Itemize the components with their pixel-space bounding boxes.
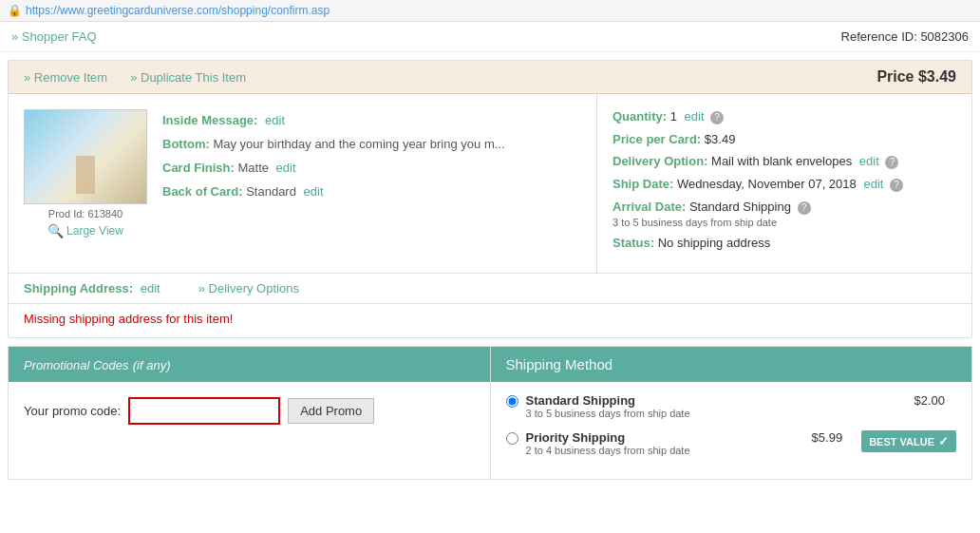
standard-shipping-radio[interactable]	[506, 395, 518, 408]
shopper-faq-link[interactable]: Shopper FAQ	[11, 29, 97, 44]
card-finish-label: Card Finish:	[162, 161, 235, 175]
arrival-value: Standard Shipping	[689, 200, 791, 214]
card-header-actions: Remove Item Duplicate This Item	[24, 70, 246, 85]
inside-message-row: Inside Message: edit	[162, 113, 581, 127]
priority-shipping-price: $5.99	[812, 430, 843, 445]
ship-date-help-icon[interactable]: ?	[890, 179, 903, 192]
ship-date-row: Ship Date: Wednesday, November 07, 2018 …	[612, 177, 956, 192]
delivery-option-edit[interactable]: edit	[859, 154, 879, 168]
back-of-card-row: Back of Card: Standard edit	[162, 184, 581, 199]
promo-label: Your promo code:	[24, 404, 121, 418]
promo-section: Promotional Codes (if any) Your promo co…	[9, 347, 491, 479]
url-prefix: https://www.greetingcarduniverse.com	[26, 4, 218, 17]
standard-shipping-price: $2.00	[914, 393, 945, 408]
url-display: https://www.greetingcarduniverse.com/sho…	[26, 4, 330, 17]
arrival-label: Arrival Date:	[612, 200, 686, 214]
status-row: Status: No shipping address	[612, 236, 956, 250]
right-panel: Quantity: 1 edit ? Price per Card: $3.49…	[597, 94, 971, 273]
cart-item-card: Remove Item Duplicate This Item Price $3…	[8, 60, 972, 338]
bottom-value: May your birthday and the coming year br…	[213, 137, 504, 151]
inside-message-label: Inside Message:	[162, 113, 257, 127]
browser-bar: 🔒 https://www.greetingcarduniverse.com/s…	[0, 0, 980, 22]
bottom-row: Bottom: May your birthday and the coming…	[162, 137, 581, 151]
card-header: Remove Item Duplicate This Item Price $3…	[9, 61, 971, 94]
back-of-card-value: Standard	[246, 184, 296, 199]
card-body: Prod Id: 613840 🔍 Large View Inside Mess…	[9, 94, 971, 274]
delivery-option-label: Delivery Option:	[612, 154, 707, 168]
price-per-card-row: Price per Card: $3.49	[612, 132, 956, 146]
left-panel: Prod Id: 613840 🔍 Large View Inside Mess…	[9, 94, 597, 273]
product-image	[24, 109, 147, 204]
delivery-options-link[interactable]: Delivery Options	[198, 281, 299, 295]
check-icon: ✓	[938, 434, 949, 448]
delivery-option-help-icon[interactable]: ?	[885, 156, 898, 169]
inside-message-edit[interactable]: edit	[265, 113, 285, 127]
large-view-link[interactable]: 🔍 Large View	[47, 223, 123, 238]
shipping-address-edit[interactable]: edit	[141, 281, 160, 295]
priority-shipping-radio[interactable]	[506, 432, 518, 445]
url-path: /shopping/confirm.asp	[218, 4, 330, 17]
back-of-card-edit[interactable]: edit	[304, 184, 324, 199]
card-finish-value: Matte	[237, 161, 269, 175]
arrival-help-icon[interactable]: ?	[798, 201, 811, 215]
standard-shipping-option: Standard Shipping 3 to 5 business days f…	[506, 393, 957, 419]
priority-shipping-info: Priority Shipping 2 to 4 business days f…	[526, 430, 793, 456]
quantity-help-icon[interactable]: ?	[710, 111, 724, 124]
arrival-date-row: Arrival Date: Standard Shipping ? 3 to 5…	[612, 200, 956, 228]
shipping-address-row: Shipping Address: edit Delivery Options	[9, 274, 971, 304]
product-id: Prod Id: 613840	[48, 208, 122, 219]
status-value: No shipping address	[658, 236, 771, 250]
promo-body: Your promo code: Add Promo	[9, 382, 490, 440]
price-per-card-value: $3.49	[705, 132, 736, 146]
bottom-label: Bottom:	[162, 137, 210, 151]
standard-shipping-info: Standard Shipping 3 to 5 business days f…	[526, 393, 895, 419]
nav-bar: Shopper FAQ Reference ID: 5082306	[0, 22, 980, 52]
standard-shipping-days: 3 to 5 business days from ship date	[526, 408, 895, 419]
item-price: Price $3.49	[876, 68, 956, 86]
magnify-icon: 🔍	[47, 223, 64, 238]
card-finish-edit[interactable]: edit	[276, 161, 296, 175]
duplicate-item-link[interactable]: Duplicate This Item	[130, 70, 246, 85]
ship-date-edit[interactable]: edit	[863, 177, 883, 191]
product-details: Inside Message: edit Bottom: May your bi…	[162, 109, 581, 257]
error-row: Missing shipping address for this item!	[9, 304, 971, 337]
price-per-card-label: Price per Card:	[612, 132, 701, 146]
priority-shipping-name: Priority Shipping	[526, 430, 793, 445]
shipping-method-body: Standard Shipping 3 to 5 business days f…	[491, 382, 972, 479]
best-value-badge: BEST VALUE ✓	[861, 430, 956, 452]
quantity-edit[interactable]: edit	[685, 109, 705, 124]
shipping-method-header: Shipping Method	[491, 347, 972, 382]
priority-shipping-days: 2 to 4 business days from ship date	[526, 445, 793, 456]
lock-icon: 🔒	[8, 4, 22, 17]
shipping-address-section: Shipping Address: edit	[24, 281, 160, 295]
bottom-section: Promotional Codes (if any) Your promo co…	[8, 346, 972, 480]
priority-shipping-option: Priority Shipping 2 to 4 business days f…	[506, 430, 957, 456]
product-image-section: Prod Id: 613840 🔍 Large View	[24, 109, 147, 257]
promo-input[interactable]	[128, 397, 280, 425]
shipping-method-section: Shipping Method Standard Shipping 3 to 5…	[491, 347, 972, 479]
add-promo-button[interactable]: Add Promo	[288, 398, 374, 424]
remove-item-link[interactable]: Remove Item	[24, 70, 107, 85]
delivery-option-value: Mail with blank envelopes	[711, 154, 852, 168]
error-message: Missing shipping address for this item!	[24, 312, 233, 326]
standard-shipping-name: Standard Shipping	[526, 393, 895, 408]
shipping-address-label: Shipping Address:	[24, 281, 133, 295]
back-of-card-label: Back of Card:	[162, 184, 243, 199]
quantity-row: Quantity: 1 edit ?	[612, 109, 956, 124]
card-finish-row: Card Finish: Matte edit	[162, 161, 581, 175]
promo-header: Promotional Codes (if any)	[9, 347, 490, 382]
quantity-label: Quantity:	[612, 109, 667, 124]
delivery-option-row: Delivery Option: Mail with blank envelop…	[612, 154, 956, 169]
arrival-sub: 3 to 5 business days from ship date	[612, 217, 956, 228]
ship-date-label: Ship Date:	[612, 177, 673, 191]
quantity-value: 1	[670, 109, 677, 124]
ship-date-value: Wednesday, November 07, 2018	[677, 177, 857, 191]
reference-id: Reference ID: 5082306	[841, 29, 969, 44]
status-label: Status:	[612, 236, 654, 250]
